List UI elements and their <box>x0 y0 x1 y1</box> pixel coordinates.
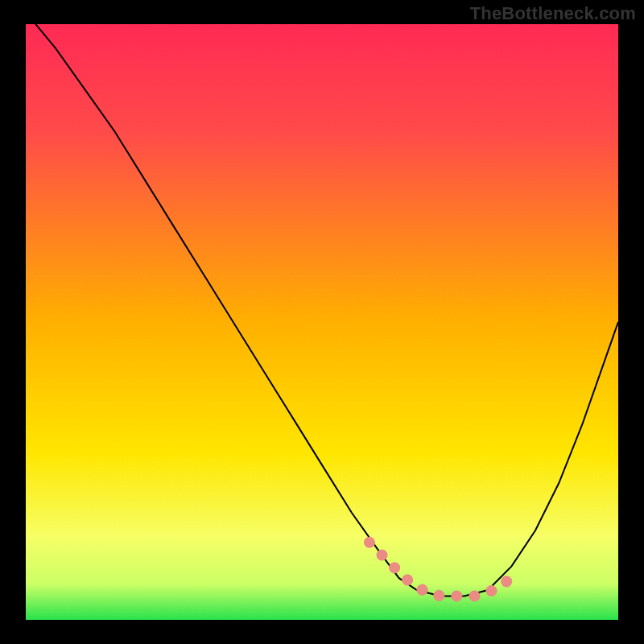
chart-frame: TheBottleneck.com <box>0 0 644 644</box>
bottleneck-chart <box>0 0 644 644</box>
gradient-background <box>26 24 618 620</box>
watermark-text: TheBottleneck.com <box>470 3 636 24</box>
